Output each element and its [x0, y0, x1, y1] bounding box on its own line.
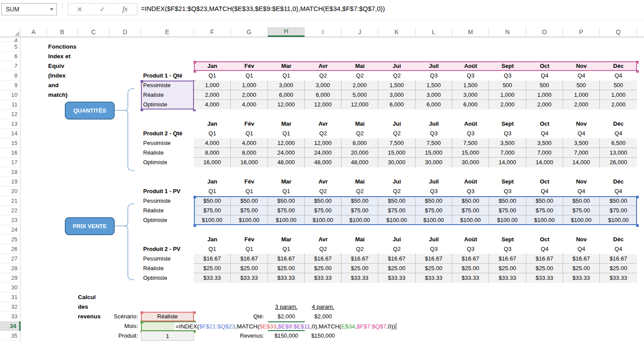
cell-J28[interactable]: $25.00 [341, 264, 378, 273]
quarter-cell-t2-8[interactable]: Q3 [452, 129, 489, 138]
column-header-I[interactable]: I [305, 27, 341, 37]
month-header-Jui-t2[interactable]: Jui [378, 119, 415, 129]
cell-M11[interactable]: 6,000 [452, 100, 489, 109]
row-header-13[interactable]: 13 [0, 119, 21, 129]
month-header-Avr-t4[interactable]: Avr [305, 235, 341, 244]
produit-value-cell[interactable]: 1 [141, 331, 194, 341]
row-header-35[interactable]: 35 [0, 331, 21, 341]
column-header-D[interactable]: D [109, 27, 141, 37]
scenario-label-Pessimiste-t4[interactable]: Pessimiste [141, 254, 194, 264]
revenus-3param-cell[interactable]: $150,000 [268, 331, 305, 341]
quarter-cell-t1-7[interactable]: Q3 [415, 71, 452, 81]
cell-M9[interactable]: 1,500 [452, 81, 489, 90]
cell-P9[interactable]: 500 [563, 81, 600, 90]
row-header-33[interactable]: 33 [0, 312, 21, 321]
quarter-cell-t1-3[interactable]: Q1 [268, 71, 305, 81]
cell-I16[interactable]: 24,000 [305, 148, 341, 158]
cell-H29[interactable]: $33.33 [268, 273, 305, 283]
cell-G9[interactable]: 1,000 [231, 81, 268, 90]
cell-J17[interactable]: 48,000 [341, 158, 378, 167]
sheet-title[interactable]: Fonctions Index et Equiv (Index and matc… [48, 42, 77, 52]
cell-G28[interactable]: $25.00 [231, 264, 268, 273]
cell-K29[interactable]: $33.33 [378, 273, 415, 283]
table-label-1[interactable]: Produit 1 - Qté [141, 71, 194, 81]
cell-Q28[interactable]: $25.00 [600, 264, 637, 273]
col-4param-header[interactable]: 4 param. [305, 302, 341, 312]
cell-N16[interactable]: 7,000 [489, 148, 526, 158]
cell-M29[interactable]: $33.33 [452, 273, 489, 283]
cell-O27[interactable]: $16.67 [526, 254, 563, 264]
month-header-Mai-t4[interactable]: Mai [341, 235, 378, 244]
cell-F11[interactable]: 4,000 [194, 100, 231, 109]
row-header-6[interactable]: 6 [0, 52, 21, 61]
quarter-cell-t4-4[interactable]: Q2 [305, 244, 341, 254]
insert-function-icon[interactable]: fx [122, 5, 127, 14]
cell-N9[interactable]: 500 [489, 81, 526, 90]
month-header-Jui-t1[interactable]: Jui [378, 61, 415, 71]
quarter-cell-t4-5[interactable]: Q2 [341, 244, 378, 254]
produit-label[interactable]: Produit: [109, 331, 140, 341]
table-label-3[interactable]: Produit 1 - PV [141, 187, 194, 196]
month-header-Mar-t3[interactable]: Mar [268, 177, 305, 187]
row-header-27[interactable]: 27 [0, 254, 21, 264]
cell-K27[interactable]: $16.67 [378, 254, 415, 264]
quarter-cell-t1-5[interactable]: Q2 [341, 71, 378, 81]
mois-label[interactable]: Mois: [109, 321, 140, 331]
quarter-cell-t4-11[interactable]: Q4 [563, 244, 600, 254]
scenario-label[interactable]: Scénario: [109, 312, 140, 321]
month-header-Nov-t3[interactable]: Nov [563, 177, 600, 187]
row-header-9[interactable]: 9 [0, 81, 21, 90]
in-cell-formula-editor[interactable]: =INDEX($F$21:$Q$23,MATCH($E$33,$E$9:$E$1… [174, 322, 398, 330]
cell-G11[interactable]: 4,000 [231, 100, 268, 109]
column-header-Q[interactable]: Q [600, 27, 637, 37]
cell-O17[interactable]: 14,000 [526, 158, 563, 167]
quarter-cell-t3-11[interactable]: Q4 [563, 187, 600, 196]
cell-P29[interactable]: $33.33 [563, 273, 600, 283]
quarter-cell-t3-5[interactable]: Q2 [341, 187, 378, 196]
quarter-cell-t4-2[interactable]: Q1 [231, 244, 268, 254]
month-header-Sept-t3[interactable]: Sept [489, 177, 526, 187]
row-header-14[interactable]: 14 [0, 129, 21, 138]
row-header-28[interactable]: 28 [0, 264, 21, 273]
column-header-N[interactable]: N [489, 27, 526, 37]
cell-J10[interactable]: 5,000 [341, 90, 378, 100]
quarter-cell-t1-9[interactable]: Q3 [489, 71, 526, 81]
scenario-label-Optimiste-t1[interactable]: Optimiste [141, 100, 194, 109]
quarter-cell-t4-6[interactable]: Q2 [378, 244, 415, 254]
cell-J16[interactable]: 20,000 [341, 148, 378, 158]
month-header-Jan-t3[interactable]: Jan [194, 177, 231, 187]
cell-F28[interactable]: $25.00 [194, 264, 231, 273]
quarter-cell-t1-12[interactable]: Q4 [600, 71, 637, 81]
quarter-cell-t1-4[interactable]: Q2 [305, 71, 341, 81]
quarter-cell-t2-11[interactable]: Q4 [563, 129, 600, 138]
cell-G15[interactable]: 4,000 [231, 138, 268, 148]
quarter-cell-t2-4[interactable]: Q2 [305, 129, 341, 138]
qte-3param-cell[interactable]: $2,000 [268, 312, 305, 321]
month-header-Jan-t4[interactable]: Jan [194, 235, 231, 244]
row-header-23[interactable]: 23 [0, 215, 21, 225]
column-header-G[interactable]: G [231, 27, 268, 37]
revenus-label[interactable]: Revenus: [231, 331, 266, 341]
cell-Q11[interactable]: 2,000 [600, 100, 637, 109]
prix-vente-button[interactable]: PRIX VENTE [65, 217, 115, 235]
quarter-cell-t2-7[interactable]: Q3 [415, 129, 452, 138]
cell-L28[interactable]: $25.00 [415, 264, 452, 273]
scenario-label-Optimiste-t4[interactable]: Optimiste [141, 273, 194, 283]
quarter-cell-t3-7[interactable]: Q3 [415, 187, 452, 196]
namebox-dropdown-icon[interactable] [47, 8, 56, 11]
qte-label[interactable]: Qté: [231, 312, 266, 321]
quarter-cell-t2-12[interactable]: Q4 [600, 129, 637, 138]
cell-H17[interactable]: 48,000 [268, 158, 305, 167]
row-header-21[interactable]: 21 [0, 196, 21, 206]
quarter-cell-t1-1[interactable]: Q1 [194, 71, 231, 81]
quarter-cell-t2-1[interactable]: Q1 [194, 129, 231, 138]
row-header-16[interactable]: 16 [0, 148, 21, 158]
cell-O28[interactable]: $25.00 [526, 264, 563, 273]
column-header-O[interactable]: O [526, 27, 563, 37]
column-header-F[interactable]: F [194, 27, 231, 37]
cell-Q10[interactable]: 1,000 [600, 90, 637, 100]
cell-F16[interactable]: 8,000 [194, 148, 231, 158]
month-header-Nov-t2[interactable]: Nov [563, 119, 600, 129]
scenario-label-Réaliste-t1[interactable]: Réaliste [141, 90, 194, 100]
cell-N10[interactable]: 1,000 [489, 90, 526, 100]
